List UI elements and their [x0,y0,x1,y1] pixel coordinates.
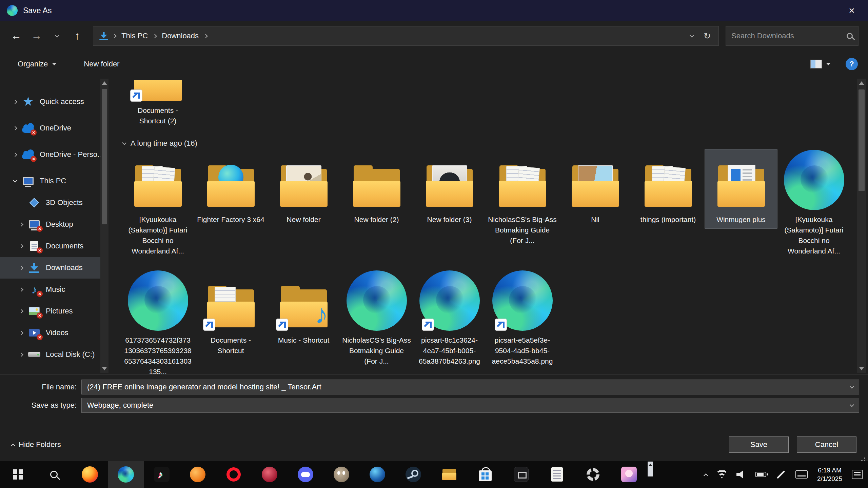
expand-chevron-icon[interactable] [13,152,17,157]
file-tile-selected[interactable]: Winmugen plus [705,149,777,229]
group-header[interactable]: A long time ago (16) [123,139,853,148]
file-tile[interactable]: New folder (2) [340,149,413,229]
address-dropdown-button[interactable] [684,28,699,44]
recent-locations-button[interactable] [48,27,66,45]
search-input[interactable] [731,32,847,40]
search-icon[interactable] [847,33,853,39]
taskbar-app-firefox[interactable] [72,461,108,488]
file-tile[interactable]: [Kyuukouka (Sakamoto)] Futari Bocchi no … [121,149,194,260]
back-button[interactable] [7,27,25,45]
file-tile[interactable]: things (important) [632,149,705,229]
breadcrumb-chevron-icon[interactable] [203,34,208,38]
new-folder-button[interactable]: New folder [84,60,119,68]
file-name-input[interactable] [87,383,847,391]
sidebar-item-videos[interactable]: Videos [0,322,100,344]
start-button[interactable] [0,461,36,488]
taskbar-app-file-explorer[interactable] [431,461,467,488]
scroll-up-arrow[interactable] [859,81,864,85]
file-tile[interactable]: picsart-8c1c3624-4ea7-45bf-b005-65a3870b… [413,270,486,370]
scrollbar-thumb[interactable] [102,89,107,224]
sidebar-item-local-disk-c[interactable]: Local Disk (C:) [0,344,100,365]
expand-chevron-icon[interactable] [13,126,17,130]
pen-icon[interactable] [777,470,785,479]
file-tile[interactable]: NicholasCS's Big-Ass Botmaking Guide (Fo… [486,149,559,250]
file-tile[interactable]: Music - Shortcut [267,270,340,349]
file-name-combobox[interactable] [81,380,859,394]
expand-chevron-icon[interactable] [19,331,23,335]
breadcrumb-chevron-icon[interactable] [112,34,117,38]
touch-keyboard-icon[interactable] [795,470,808,479]
forward-button[interactable] [28,27,45,45]
taskbar-app-red[interactable] [252,461,288,488]
collapse-chevron-icon[interactable] [13,178,17,183]
chevron-down-icon[interactable] [850,384,854,389]
taskbar-overflow-scrollbar[interactable] [647,461,654,488]
taskbar-app-settings[interactable] [575,461,611,488]
breadcrumb-downloads[interactable]: Downloads [160,32,200,40]
notifications-icon[interactable] [852,470,863,479]
save-type-select[interactable]: Webpage, complete [81,398,859,413]
file-tile[interactable]: Documents - Shortcut [194,270,267,360]
expand-chevron-icon[interactable] [19,244,23,248]
expand-chevron-icon[interactable] [13,100,17,104]
taskbar-app-tiktok[interactable] [144,461,180,488]
hide-folders-button[interactable]: Hide Folders [12,440,61,449]
file-tile[interactable]: [Kyuukouka (Sakamoto)] Futari Bocchi no … [777,149,850,260]
expand-chevron-icon[interactable] [19,352,23,357]
taskbar-clock[interactable]: 6:19 AM 2/1/2025 [817,466,842,483]
file-list[interactable]: Documents - Shortcut (2) A long time ago… [108,77,857,374]
sidebar-item-desktop[interactable]: Desktop [0,214,100,235]
network-icon[interactable] [717,470,727,479]
scrollbar-thumb[interactable] [648,462,653,476]
sidebar-item-this-pc[interactable]: This PC [0,170,100,192]
sidebar-item-3d-objects[interactable]: 3D Objects [0,192,100,214]
save-button[interactable]: Save [729,436,789,453]
taskbar-app-dark[interactable] [503,461,539,488]
file-tile[interactable]: picsart-e5a5ef3e-9504-4ad5-bb45-aece5ba4… [486,270,559,370]
resize-grip[interactable] [864,458,865,459]
expand-chevron-icon[interactable] [19,266,23,270]
taskbar-app-tan[interactable] [323,461,359,488]
scroll-down-arrow[interactable] [102,367,107,370]
sidebar-item-pictures[interactable]: Pictures [0,300,100,322]
sidebar-item-documents[interactable]: Documents [0,235,100,257]
file-tile[interactable]: New folder [267,149,340,229]
sidebar-item-music[interactable]: Music [0,279,100,300]
view-options-button[interactable] [810,60,831,68]
taskbar-search-button[interactable] [36,461,72,488]
taskbar-app-blue[interactable] [359,461,395,488]
file-tile[interactable]: Fighter Factory 3 x64 [194,149,267,229]
sidebar-item-onedrive[interactable]: OneDrive [0,117,100,139]
battery-icon[interactable] [755,472,766,477]
taskbar-app-opera[interactable] [216,461,252,488]
taskbar-app-edge[interactable] [108,461,144,488]
taskbar-app-orange[interactable] [180,461,216,488]
volume-icon[interactable] [736,470,746,479]
scroll-up-arrow[interactable] [102,81,107,85]
sidebar-scrollbar[interactable] [100,79,108,373]
chevron-down-icon[interactable] [850,403,854,407]
taskbar-app-avatar[interactable] [611,461,647,488]
sidebar-item-onedrive-personal[interactable]: OneDrive - Perso... [0,144,100,165]
organize-button[interactable]: Organize [18,60,57,68]
show-hidden-icons-chevron[interactable] [704,473,708,478]
refresh-button[interactable] [699,28,715,44]
titlebar[interactable]: Save As × [0,0,868,21]
file-tile[interactable]: NicholasCS's Big-Ass Botmaking Guide (Fo… [340,270,413,370]
close-button[interactable]: × [835,0,868,21]
up-button[interactable] [68,27,86,45]
taskbar-app-discord[interactable] [288,461,323,488]
sidebar-item-downloads[interactable]: Downloads [0,257,100,279]
expand-chevron-icon[interactable] [19,309,23,313]
file-list-scrollbar[interactable] [857,79,866,373]
scroll-down-arrow[interactable] [859,367,864,370]
cancel-button[interactable]: Cancel [797,436,856,453]
expand-chevron-icon[interactable] [19,222,23,227]
sidebar-item-quick-access[interactable]: Quick access [0,91,100,113]
collapse-chevron-icon[interactable] [122,141,126,145]
address-bar[interactable]: This PC Downloads [93,26,719,46]
breadcrumb-chevron-icon[interactable] [153,34,157,38]
expand-chevron-icon[interactable] [19,287,23,292]
taskbar-app-store[interactable] [467,461,503,488]
search-box[interactable] [726,26,859,46]
